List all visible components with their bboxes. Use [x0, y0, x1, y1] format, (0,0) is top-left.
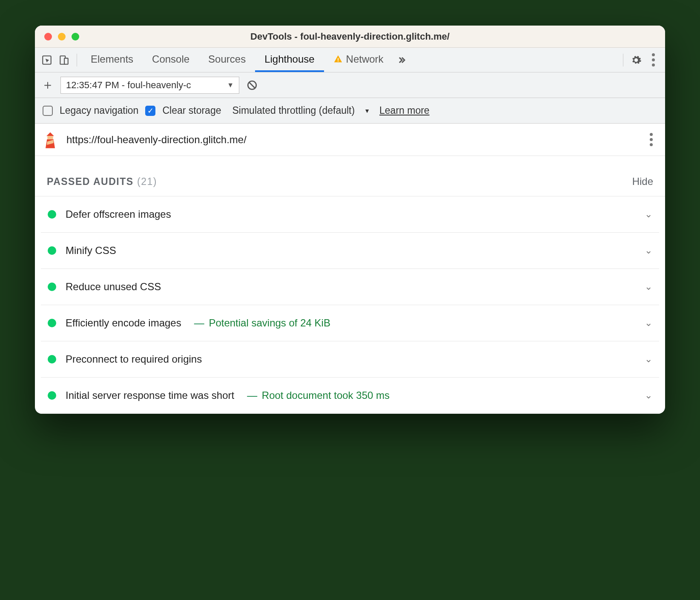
pass-dot-icon [48, 246, 56, 255]
audit-title: Defer offscreen images [66, 208, 171, 220]
svg-rect-2 [64, 58, 68, 64]
hide-toggle[interactable]: Hide [632, 176, 653, 188]
legacy-navigation-label: Legacy navigation [60, 105, 138, 116]
tab-network[interactable]: Network [324, 48, 393, 72]
audit-title: Preconnect to required origins [66, 353, 202, 365]
report-url-row: https://foul-heavenly-direction.glitch.m… [35, 124, 665, 156]
lighthouse-options: Legacy navigation ✓ Clear storage Simula… [35, 98, 665, 124]
window-title: DevTools - foul-heavenly-direction.glitc… [35, 31, 665, 42]
titlebar: DevTools - foul-heavenly-direction.glitc… [35, 26, 665, 48]
audit-title: Minify CSS [66, 245, 116, 257]
report-selector-label: 12:35:47 PM - foul-heavenly-c [66, 80, 191, 91]
audit-list: Defer offscreen images ⌄ Minify CSS ⌄ Re… [35, 196, 665, 414]
throttling-label: Simulated throttling (default) [232, 105, 355, 116]
throttling-caret-icon[interactable]: ▼ [364, 107, 370, 114]
report-menu-icon[interactable] [645, 133, 657, 146]
lighthouse-icon [41, 130, 60, 149]
legacy-navigation-checkbox[interactable] [43, 106, 53, 116]
device-toggle-icon[interactable] [55, 52, 72, 69]
pass-dot-icon [48, 355, 56, 363]
audit-row[interactable]: Efficiently encode images — Potential sa… [41, 305, 659, 341]
chevron-down-icon: ⌄ [645, 354, 652, 365]
pass-dot-icon [48, 319, 56, 327]
pass-dot-icon [48, 391, 56, 400]
tab-elements[interactable]: Elements [81, 48, 143, 72]
dropdown-caret-icon: ▼ [227, 81, 234, 89]
audit-row[interactable]: Initial server response time was short —… [41, 378, 659, 414]
audit-detail: — Root document took 350 ms [244, 389, 390, 401]
clear-storage-checkbox[interactable]: ✓ [145, 106, 155, 116]
separator [623, 54, 623, 66]
chevron-down-icon: ⌄ [645, 390, 652, 401]
clear-storage-label: Clear storage [162, 105, 221, 116]
gear-icon[interactable] [628, 52, 645, 69]
svg-rect-8 [47, 136, 53, 139]
audit-title: Reduce unused CSS [66, 281, 161, 293]
devtools-window: DevTools - foul-heavenly-direction.glitc… [35, 26, 665, 414]
tab-sources[interactable]: Sources [199, 48, 255, 72]
audit-row[interactable]: Defer offscreen images ⌄ [41, 196, 659, 233]
passed-audits-header[interactable]: PASSED AUDITS (21) Hide [35, 156, 665, 196]
audit-title: Efficiently encode images [66, 317, 181, 329]
kebab-menu-icon[interactable] [645, 52, 662, 69]
pass-dot-icon [48, 210, 56, 219]
report-selector[interactable]: 12:35:47 PM - foul-heavenly-c ▼ [60, 77, 239, 94]
section-count: (21) [137, 176, 157, 187]
audit-row[interactable]: Preconnect to required origins ⌄ [41, 341, 659, 378]
tab-network-label: Network [346, 53, 384, 65]
tab-console[interactable]: Console [143, 48, 199, 72]
new-report-button[interactable]: ＋ [39, 77, 56, 94]
chevron-down-icon: ⌄ [645, 281, 652, 292]
svg-rect-3 [338, 58, 339, 61]
more-tabs-icon[interactable] [393, 52, 410, 69]
svg-rect-4 [338, 61, 339, 61]
report-url: https://foul-heavenly-direction.glitch.m… [66, 134, 638, 146]
lighthouse-subtoolbar: ＋ 12:35:47 PM - foul-heavenly-c ▼ [35, 72, 665, 98]
chevron-down-icon: ⌄ [645, 245, 652, 256]
pass-dot-icon [48, 283, 56, 291]
audit-detail: — Potential savings of 24 KiB [191, 317, 330, 329]
audit-row[interactable]: Reduce unused CSS ⌄ [41, 269, 659, 305]
audit-row[interactable]: Minify CSS ⌄ [41, 233, 659, 269]
separator [77, 54, 77, 66]
devtools-tabbar: Elements Console Sources Lighthouse Netw… [35, 48, 665, 72]
warning-icon [333, 55, 343, 64]
tab-lighthouse[interactable]: Lighthouse [255, 48, 324, 72]
audit-title: Initial server response time was short [66, 389, 234, 401]
clear-reports-icon[interactable] [244, 77, 261, 94]
chevron-down-icon: ⌄ [645, 317, 652, 329]
learn-more-link[interactable]: Learn more [379, 105, 430, 116]
inspect-element-icon[interactable] [38, 52, 55, 69]
svg-marker-7 [46, 132, 54, 136]
chevron-down-icon: ⌄ [645, 209, 652, 220]
section-label: PASSED AUDITS [47, 176, 134, 187]
svg-line-6 [250, 82, 255, 88]
